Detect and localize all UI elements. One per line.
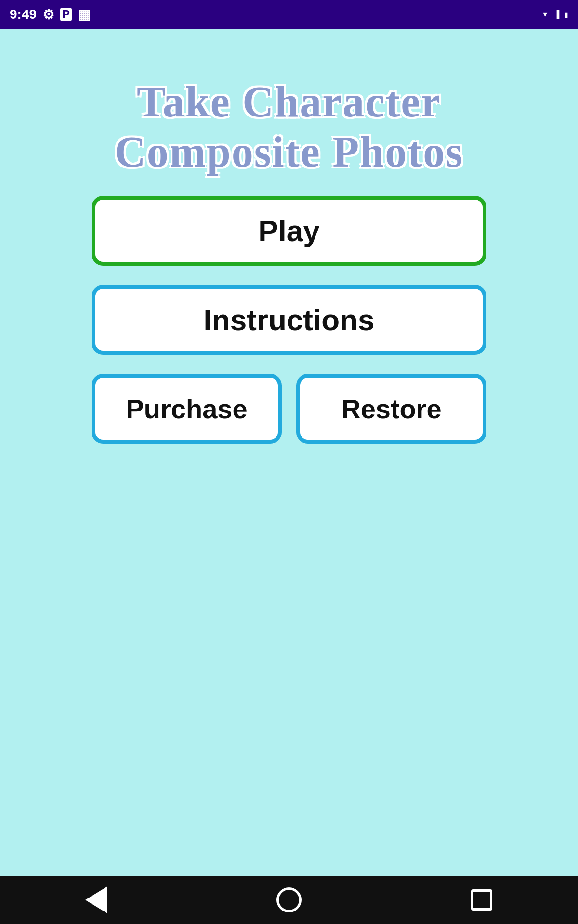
restore-label: Restore bbox=[341, 393, 442, 424]
nav-bar bbox=[0, 876, 578, 924]
status-bar-left: 9:49 ⚙ P ▦ bbox=[10, 7, 90, 23]
title-text: Take Character Composite Photos bbox=[115, 78, 464, 176]
restore-button[interactable]: Restore bbox=[296, 374, 486, 444]
play-label: Play bbox=[258, 214, 320, 248]
main-content: Take Character Composite Photos Play Ins… bbox=[0, 29, 578, 876]
purchase-button[interactable]: Purchase bbox=[92, 374, 282, 444]
home-nav-button[interactable] bbox=[270, 881, 308, 919]
bottom-buttons-row: Purchase Restore bbox=[92, 374, 486, 444]
instructions-button[interactable]: Instructions bbox=[92, 285, 486, 355]
home-circle-icon bbox=[276, 887, 302, 912]
back-nav-button[interactable] bbox=[77, 881, 116, 919]
settings-icon: ⚙ bbox=[42, 7, 54, 23]
play-button[interactable]: Play bbox=[92, 196, 486, 266]
back-arrow-icon bbox=[85, 886, 107, 913]
time-display: 9:49 bbox=[10, 7, 37, 22]
recents-nav-button[interactable] bbox=[462, 881, 501, 919]
recents-square-icon bbox=[471, 889, 492, 911]
app-title: Take Character Composite Photos bbox=[58, 77, 520, 177]
wifi-icon: ▼ bbox=[541, 10, 549, 19]
signal-icon: ▐ bbox=[554, 10, 559, 19]
parking-icon: P bbox=[60, 8, 72, 21]
status-bar: 9:49 ⚙ P ▦ ▼ ▐ ▮ bbox=[0, 0, 578, 29]
sim-icon: ▦ bbox=[78, 7, 90, 23]
instructions-label: Instructions bbox=[204, 303, 375, 337]
purchase-label: Purchase bbox=[126, 393, 247, 424]
status-bar-right: ▼ ▐ ▮ bbox=[541, 10, 568, 19]
battery-icon: ▮ bbox=[564, 10, 568, 19]
